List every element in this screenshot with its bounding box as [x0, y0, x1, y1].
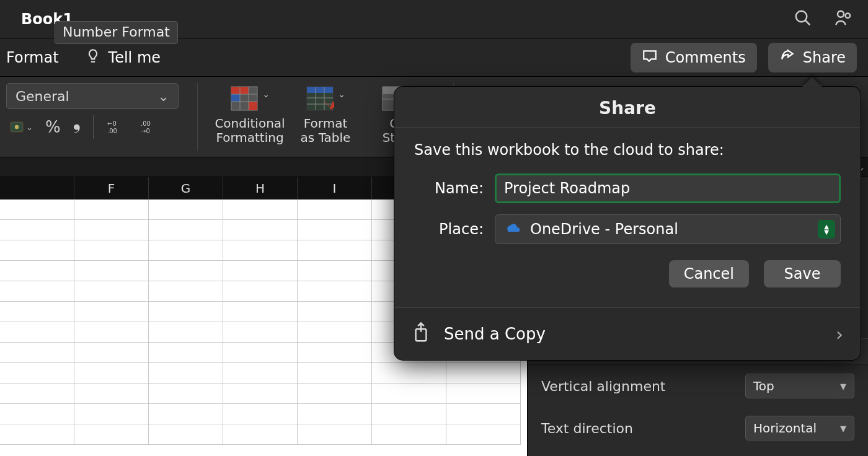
column-header[interactable]: G [149, 177, 223, 200]
cell[interactable] [298, 302, 372, 322]
cell[interactable] [149, 404, 223, 424]
cell[interactable] [223, 404, 298, 424]
name-input[interactable] [495, 173, 841, 203]
cell[interactable] [446, 384, 521, 404]
vertical-alignment-select[interactable]: Top ▾ [745, 374, 854, 398]
vertical-alignment-row: Vertical alignment Top ▾ [528, 365, 868, 407]
column-header[interactable]: I [298, 177, 372, 200]
cell[interactable] [223, 343, 298, 363]
cell[interactable] [223, 302, 298, 322]
cell[interactable] [149, 200, 223, 220]
decrease-decimal-icon[interactable]: .00→0 [140, 119, 161, 135]
cell[interactable] [74, 261, 149, 281]
cell[interactable] [298, 281, 372, 302]
search-icon[interactable] [794, 9, 812, 30]
cell[interactable] [298, 200, 372, 220]
cell[interactable] [223, 424, 298, 445]
number-format-dropdown[interactable]: General ⌄ [6, 83, 179, 109]
menu-tell-me[interactable]: Tell me [81, 44, 164, 71]
cell[interactable] [149, 281, 223, 302]
cell[interactable] [223, 384, 298, 404]
cell[interactable] [223, 240, 298, 261]
cell[interactable] [298, 404, 372, 424]
cell[interactable] [74, 281, 149, 302]
cancel-button[interactable]: Cancel [669, 260, 749, 287]
cell[interactable] [74, 240, 149, 261]
cell[interactable] [74, 343, 149, 363]
percent-format-icon[interactable]: % [45, 118, 61, 136]
cell[interactable] [223, 363, 298, 384]
cell[interactable] [298, 363, 372, 384]
cell[interactable] [0, 404, 74, 424]
column-header[interactable]: H [223, 177, 298, 200]
cell[interactable] [0, 281, 74, 302]
cell[interactable] [149, 261, 223, 281]
format-as-table-button[interactable]: ⌄ Formatas Table [292, 86, 359, 145]
cell[interactable] [74, 424, 149, 445]
place-select[interactable]: OneDrive - Personal ▲▼ [495, 214, 841, 244]
comma-format-icon[interactable]: ❟ [73, 112, 81, 134]
cell[interactable] [0, 424, 74, 445]
cell[interactable] [372, 404, 446, 424]
vertical-alignment-value: Top [753, 379, 774, 393]
cell[interactable] [223, 220, 298, 240]
share-button[interactable]: Share [768, 43, 857, 72]
cell[interactable] [149, 322, 223, 343]
cell[interactable] [446, 404, 521, 424]
cell[interactable] [149, 220, 223, 240]
cell[interactable] [372, 424, 446, 445]
cell[interactable] [149, 240, 223, 261]
cell[interactable] [223, 322, 298, 343]
cell[interactable] [0, 384, 74, 404]
cell[interactable] [0, 200, 74, 220]
cell[interactable] [298, 261, 372, 281]
column-header[interactable] [0, 177, 74, 200]
cell[interactable] [0, 240, 74, 261]
cell[interactable] [74, 363, 149, 384]
cell[interactable] [298, 322, 372, 343]
conditional-formatting-button[interactable]: ⌄ ConditionalFormatting [216, 86, 283, 145]
cell[interactable] [0, 343, 74, 363]
cell[interactable] [74, 322, 149, 343]
cell[interactable] [298, 384, 372, 404]
cell[interactable] [74, 200, 149, 220]
cell[interactable] [149, 384, 223, 404]
cell[interactable] [298, 240, 372, 261]
cell[interactable] [298, 343, 372, 363]
cell[interactable] [0, 302, 74, 322]
cell[interactable] [446, 363, 521, 384]
chevron-right-icon: › [836, 323, 843, 345]
cell[interactable] [223, 261, 298, 281]
cell[interactable] [74, 404, 149, 424]
cell[interactable] [0, 261, 74, 281]
cell[interactable] [372, 363, 446, 384]
cell[interactable] [149, 424, 223, 445]
menu-format[interactable]: Format [2, 45, 63, 70]
cell[interactable] [149, 302, 223, 322]
increase-decimal-icon[interactable]: ←0.00 [106, 119, 127, 135]
name-label: Name: [414, 180, 495, 197]
cell[interactable] [372, 384, 446, 404]
cell[interactable] [223, 200, 298, 220]
cell[interactable] [298, 424, 372, 445]
svg-line-1 [805, 20, 810, 25]
accounting-format-icon[interactable]: ⌄ [9, 119, 33, 135]
cell[interactable] [446, 424, 521, 445]
cell[interactable] [74, 302, 149, 322]
coauthoring-icon[interactable] [835, 9, 853, 30]
cell[interactable] [149, 363, 223, 384]
comments-button[interactable]: Comments [631, 43, 757, 72]
cell[interactable] [74, 384, 149, 404]
cell[interactable] [0, 220, 74, 240]
send-a-copy-row[interactable]: Send a Copy › [394, 307, 861, 360]
place-stepper-icon[interactable]: ▲▼ [818, 220, 835, 239]
cell[interactable] [0, 322, 74, 343]
save-button[interactable]: Save [764, 260, 841, 287]
text-direction-select[interactable]: Horizontal ▾ [745, 416, 854, 441]
cell[interactable] [74, 220, 149, 240]
cell[interactable] [298, 220, 372, 240]
column-header[interactable]: F [74, 177, 149, 200]
cell[interactable] [223, 281, 298, 302]
cell[interactable] [149, 343, 223, 363]
cell[interactable] [0, 363, 74, 384]
